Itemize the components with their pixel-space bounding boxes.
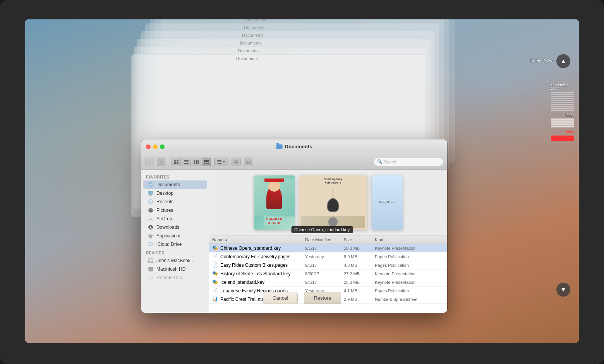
timeline-now-label: Now xyxy=(566,130,574,134)
table-row[interactable]: 📄 Easy Rides Custom Bikes.pages 9/1/17 4… xyxy=(209,261,447,270)
cancel-button[interactable]: Cancel xyxy=(263,292,298,304)
file-name-cell: 📄 Easy Rides Custom Bikes.pages xyxy=(212,262,305,268)
folder-icon xyxy=(276,144,283,149)
search-box[interactable]: 🔍 Search xyxy=(374,158,443,166)
sidebar-item-label: John's MacBook... xyxy=(156,258,194,263)
file-name: History of Skate...ds Standard.key xyxy=(220,271,290,276)
sidebar-item-pictures[interactable]: Pictures xyxy=(143,206,207,215)
svg-rect-0 xyxy=(174,160,176,161)
col-header-kind[interactable]: Kind xyxy=(375,237,444,242)
file-size: 8.9 MB xyxy=(344,254,375,259)
file-name-cell: 📄 Contemporary Folk Jewelry.pages xyxy=(212,254,305,260)
file-kind: Keynote Presentation xyxy=(375,271,444,276)
timeline-bar-highlight xyxy=(551,122,574,124)
restore-button[interactable]: Restore xyxy=(304,292,341,304)
view-list-button[interactable] xyxy=(182,158,191,166)
sidebar-item-label: iCloud Drive xyxy=(156,242,182,247)
sidebar-item-remote-disc[interactable]: Remote Disc xyxy=(143,273,207,282)
svg-rect-24 xyxy=(148,191,153,194)
preview-thumb-opera[interactable]: CHINESE OPERA xyxy=(254,175,295,230)
timeline-bar xyxy=(551,92,574,93)
back-button[interactable]: ‹ xyxy=(145,158,154,166)
file-date: 9/1/17 xyxy=(305,263,344,268)
svg-rect-16 xyxy=(218,163,221,164)
file-date: 8/30/17 xyxy=(305,271,344,276)
svg-rect-6 xyxy=(184,163,189,164)
svg-rect-9 xyxy=(197,160,199,164)
svg-rect-7 xyxy=(194,160,195,164)
timeline-bar xyxy=(551,104,574,105)
timeline-bar xyxy=(551,106,574,107)
timeline-bar-highlight xyxy=(551,118,574,120)
macintosh-icon xyxy=(148,266,154,272)
svg-rect-36 xyxy=(148,262,154,263)
minimize-button[interactable] xyxy=(153,144,158,149)
svg-rect-2 xyxy=(174,162,176,164)
file-icon: 📄 xyxy=(212,254,218,260)
macbook-icon xyxy=(148,258,154,264)
col-header-date[interactable]: Date Modified xyxy=(305,237,344,242)
file-tooltip: Chinese Opera_standard.key xyxy=(291,226,353,233)
toolbar: ‹ › xyxy=(141,154,447,170)
timeline-today-label: Today xyxy=(565,113,574,117)
sort-arrow: ▲ xyxy=(225,238,228,242)
sidebar-item-macbook[interactable]: John's MacBook... xyxy=(143,256,207,265)
title-bar: Documents xyxy=(141,139,447,154)
file-icon: 📊 xyxy=(212,296,218,302)
svg-rect-3 xyxy=(177,162,178,164)
sidebar-item-label: Recents xyxy=(156,199,173,204)
bottom-buttons: Cancel Restore xyxy=(255,284,349,312)
sidebar-item-downloads[interactable]: Downloads xyxy=(143,223,207,232)
maximize-button[interactable] xyxy=(160,144,165,149)
sidebar-item-airdrop[interactable]: AirDrop xyxy=(143,215,207,223)
sidebar-item-macintosh[interactable]: Macintosh HD xyxy=(143,265,207,273)
column-headers: Name ▲ Date Modified Size Kind xyxy=(209,235,447,244)
action-button[interactable] xyxy=(232,158,241,166)
svg-point-41 xyxy=(150,277,151,278)
col-header-name[interactable]: Name ▲ xyxy=(212,237,305,242)
sidebar-item-label: Documents xyxy=(156,182,180,187)
arrange-button[interactable]: ▼ xyxy=(214,158,228,166)
timeline-bar-highlight xyxy=(551,124,574,125)
macbook-frame: Documents Documents Documents Documents … xyxy=(0,0,604,364)
svg-rect-38 xyxy=(150,271,151,271)
close-button[interactable] xyxy=(146,144,151,149)
tags-button[interactable] xyxy=(244,158,253,166)
view-icon-button[interactable] xyxy=(172,158,181,166)
sidebar-item-icloud[interactable]: iCloud Drive xyxy=(143,240,207,249)
sidebar-item-applications[interactable]: Applications xyxy=(143,232,207,240)
table-row[interactable]: 📄 Contemporary Folk Jewelry.pages Yester… xyxy=(209,252,447,261)
screen: Documents Documents Documents Documents … xyxy=(25,19,579,343)
view-column-button[interactable] xyxy=(192,158,201,166)
sidebar-item-desktop[interactable]: Desktop xyxy=(143,189,207,197)
file-name: Contemporary Folk Jewelry.pages xyxy=(220,254,290,259)
timemachine-up-button[interactable]: ▲ xyxy=(556,54,570,68)
table-row[interactable]: 🎭 Chinese Opera_standard.key 9/1/17 10.3… xyxy=(209,244,447,252)
file-name-cell: 🎭 Chinese Opera_standard.key xyxy=(212,245,305,251)
col-header-size[interactable]: Size xyxy=(344,237,375,242)
file-kind: Pages Publication xyxy=(375,254,444,259)
timeline-bar xyxy=(551,94,574,95)
preview-thumb-jewelry[interactable]: ContemporaryFolk Jewelry xyxy=(299,175,367,230)
table-row[interactable]: 🎭 History of Skate...ds Standard.key 8/3… xyxy=(209,270,447,278)
preview-thumb-bikes[interactable]: Easy Rides xyxy=(372,175,403,230)
timeline-bar xyxy=(551,96,574,97)
svg-rect-12 xyxy=(206,163,207,164)
traffic-lights xyxy=(146,144,165,149)
file-icon: 🎭 xyxy=(212,271,218,277)
sidebar-item-recents[interactable]: Recents xyxy=(143,197,207,206)
documents-icon xyxy=(148,182,154,188)
timeline-bar xyxy=(551,102,574,103)
timemachine-down-button[interactable]: ▼ xyxy=(556,283,570,297)
svg-rect-15 xyxy=(218,161,221,162)
view-gallery-button[interactable] xyxy=(202,158,211,166)
file-size: 4.3 MB xyxy=(344,263,375,268)
sidebar-item-documents[interactable]: Documents xyxy=(143,180,207,189)
file-icon: 📄 xyxy=(212,288,218,294)
file-kind: Numbers Spreadsheet xyxy=(375,297,444,302)
svg-rect-1 xyxy=(177,160,178,161)
applications-icon xyxy=(148,233,154,239)
sidebar-item-label: Remote Disc xyxy=(156,275,183,280)
pictures-icon xyxy=(148,207,154,213)
forward-button[interactable]: › xyxy=(157,158,165,166)
